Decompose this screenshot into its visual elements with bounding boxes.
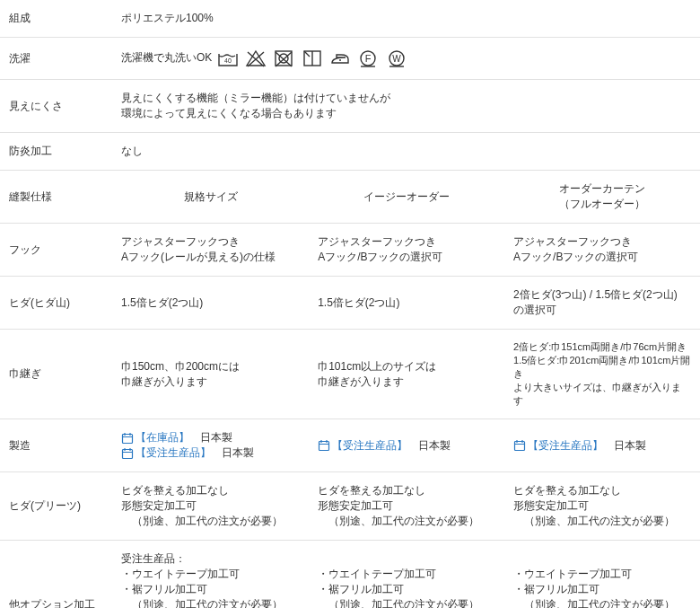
mto-link[interactable]: 【受注生産品】 — [332, 439, 407, 452]
value: なし — [112, 133, 700, 171]
row-composition: 組成 ポリエステル100% — [0, 0, 700, 38]
mto-link[interactable]: 【受注生産品】 — [528, 439, 603, 452]
label: ヒダ(ヒダ山) — [0, 277, 112, 330]
svg-text:40: 40 — [224, 57, 232, 64]
row-mfg: 製造 【在庫品】 日本製 【受注生産品】 日本製 【受注生産品】 日本製 【受注… — [0, 419, 700, 472]
row-fire: 防炎加工 なし — [0, 133, 700, 171]
row-seam: 巾継ぎ 巾150cm、巾200cmには巾継ぎが入ります 巾101cm以上のサイズ… — [0, 330, 700, 419]
row-visibility: 見えにくさ 見えにくくする機能（ミラー機能）は付けていませんが環境によって見えに… — [0, 80, 700, 133]
calendar-icon — [121, 432, 134, 445]
no-bleach-icon — [244, 48, 267, 68]
iron-low-icon — [328, 48, 352, 68]
label: 組成 — [0, 0, 112, 38]
label: 見えにくさ — [0, 80, 112, 133]
col-standard: 規格サイズ — [112, 171, 309, 224]
label: 製造 — [0, 419, 112, 472]
value: 見えにくくする機能（ミラー機能）は付けていませんが環境によって見えにくくなる場合… — [112, 80, 700, 133]
col-easy: イージーオーダー — [309, 171, 504, 224]
dryclean-f-icon: F — [356, 48, 380, 68]
col-full: オーダーカーテン（フルオーダー） — [504, 171, 700, 224]
svg-rect-10 — [123, 449, 133, 458]
spec-table: 組成 ポリエステル100% 洗濯 洗濯機で丸洗いOK 40 F W 見えにくさ … — [0, 0, 700, 608]
row-pleat: ヒダ(ヒダ山) 1.5倍ヒダ(2つ山) 1.5倍ヒダ(2つ山) 2倍ヒダ(3つ山… — [0, 277, 700, 330]
stock-link[interactable]: 【在庫品】 — [136, 431, 189, 444]
dry-shade-icon — [301, 48, 324, 68]
label: ヒダ(プリーツ) — [0, 472, 112, 541]
label: 縫製仕様 — [0, 171, 112, 224]
row-option: 他オプション加工 受注生産品：・ウエイトテープ加工可・裾フリル加工可 （別途、加… — [0, 541, 700, 609]
wetclean-w-icon: W — [385, 48, 408, 68]
svg-rect-12 — [515, 442, 525, 451]
opt-c3: ・ウエイトテープ加工可・裾フリル加工可 （別途、加工代の注文が必要）※形態安定と… — [504, 541, 700, 609]
care-icons: 40 F W — [215, 51, 409, 64]
svg-rect-9 — [123, 434, 133, 443]
value: 洗濯機で丸洗いOK 40 F W — [112, 38, 700, 80]
calendar-icon — [121, 447, 134, 460]
opt-c2: ・ウエイトテープ加工可・裾フリル加工可 （別途、加工代の注文が必要）※形態安定と… — [309, 541, 504, 609]
no-tumble-icon — [272, 48, 295, 68]
row-hook: フック アジャスターフックつきAフック(レールが見える)の仕様 アジャスターフッ… — [0, 224, 700, 277]
label: 他オプション加工 — [0, 541, 112, 609]
row-wash: 洗濯 洗濯機で丸洗いOK 40 F W — [0, 38, 700, 80]
calendar-icon — [318, 439, 330, 452]
wash-40-icon: 40 — [216, 48, 240, 68]
row-pleat2: ヒダ(プリーツ) ヒダを整える加工なし形態安定加工可 （別途、加工代の注文が必要… — [0, 472, 700, 541]
mto-link[interactable]: 【受注生産品】 — [136, 446, 211, 459]
svg-rect-11 — [319, 442, 329, 451]
value: ポリエステル100% — [112, 0, 700, 38]
label: フック — [0, 224, 112, 277]
svg-text:F: F — [365, 53, 372, 64]
svg-point-4 — [339, 59, 341, 61]
label: 防炎加工 — [0, 133, 112, 171]
label: 洗濯 — [0, 38, 112, 80]
opt-c1: 受注生産品：・ウエイトテープ加工可・裾フリル加工可 （別途、加工代の注文が必要）… — [112, 541, 309, 609]
row-spec-header: 縫製仕様 規格サイズ イージーオーダー オーダーカーテン（フルオーダー） — [0, 171, 700, 224]
label: 巾継ぎ — [0, 330, 112, 419]
svg-text:W: W — [392, 54, 401, 64]
calendar-icon — [513, 439, 526, 452]
